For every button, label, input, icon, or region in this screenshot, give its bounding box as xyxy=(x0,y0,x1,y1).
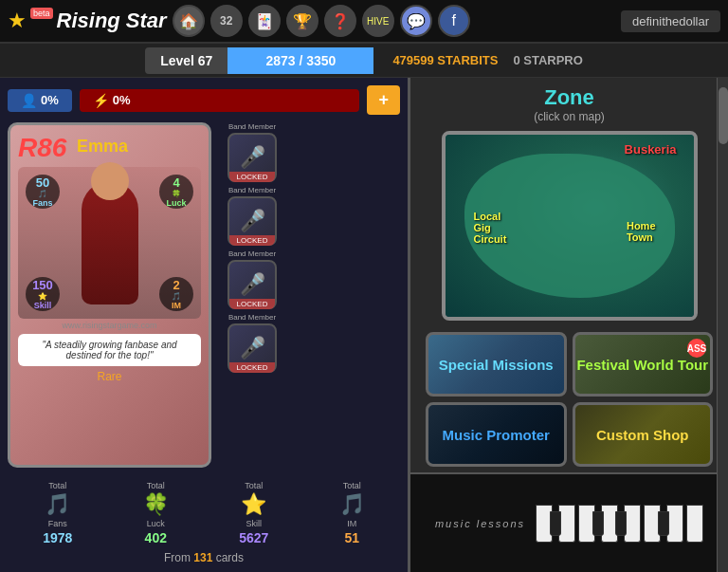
card-rarity: Rare xyxy=(18,370,201,383)
band-icon-2: 🎤 xyxy=(240,209,265,233)
cards-count: 131 xyxy=(193,551,212,564)
total-fans: Total 🎵 Fans 1978 xyxy=(43,481,72,545)
plus-button[interactable]: + xyxy=(367,85,400,115)
total-skill-label: Total xyxy=(245,481,263,490)
map-label-home-town: HomeTown xyxy=(627,220,656,243)
discord-icon[interactable]: 💬 xyxy=(400,5,432,37)
band-locked-3: LOCKED xyxy=(229,299,275,309)
beta-badge: beta xyxy=(30,8,53,19)
card-website: www.risingstargame.com xyxy=(18,321,201,330)
level-progress: 2873 / 3350 xyxy=(228,47,373,74)
festival-badge: ASS xyxy=(687,339,706,358)
total-luck-label: Total xyxy=(147,481,165,490)
total-im-value: 51 xyxy=(344,530,359,545)
luck-icon: 🍀 xyxy=(143,492,169,517)
total-im: Total 🎵 IM 51 xyxy=(339,481,365,545)
total-im-label: Total xyxy=(343,481,361,490)
player-card[interactable]: R86 Emma 50 🎵 Fans 4 🍀 Luck 150 xyxy=(8,122,211,468)
piano-key-white xyxy=(686,505,703,543)
scroll-thumb[interactable] xyxy=(719,87,728,144)
ego-bar: 👤 0% xyxy=(8,89,72,112)
band-locked-2: LOCKED xyxy=(229,235,275,246)
band-sidebar: Band Member 🎤 LOCKED Band Member 🎤 LOCKE… xyxy=(219,122,285,468)
band-icon-1: 🎤 xyxy=(240,145,265,170)
special-missions-label: Special Missions xyxy=(439,357,554,373)
card-figure xyxy=(82,181,138,304)
logo: ★ beta Rising Star xyxy=(8,9,167,33)
im-sublabel: IM xyxy=(347,519,356,528)
band-member-btn-1[interactable]: 🎤 LOCKED xyxy=(228,133,277,182)
ego-icon: 👤 xyxy=(21,93,37,108)
energy-icon: ⚡ xyxy=(93,93,109,108)
achievements-icon[interactable]: 🏆 xyxy=(286,5,318,37)
cards-from: From 131 cards xyxy=(8,551,400,564)
band-member-btn-3[interactable]: 🎤 LOCKED xyxy=(228,260,277,309)
music-promoter-label: Music Promoter xyxy=(443,427,550,443)
zone-subtitle: (click on map) xyxy=(410,110,728,123)
ego-value: 0% xyxy=(41,93,59,107)
luck-sublabel: Luck xyxy=(147,519,165,528)
music-promoter-button[interactable]: Music Promoter xyxy=(426,402,567,467)
user-label: definithedollar xyxy=(621,10,720,32)
energy-value: 0% xyxy=(113,93,131,107)
piano-key-black xyxy=(615,511,627,536)
card-im-stat: 2 🎵 IM xyxy=(159,277,193,311)
card-image: 50 🎵 Fans 4 🍀 Luck 150 ⭐ Skill xyxy=(18,167,201,319)
piano-key-black xyxy=(592,511,604,536)
facebook-icon[interactable]: f xyxy=(438,5,470,37)
band-member-btn-4[interactable]: 🎤 LOCKED xyxy=(228,323,277,373)
totals-row: Total 🎵 Fans 1978 Total 🍀 Luck 402 Total… xyxy=(8,475,400,545)
total-skill-value: 5627 xyxy=(239,530,268,545)
band-member-1: Band Member 🎤 LOCKED xyxy=(219,122,285,182)
total-skill: Total ⭐ Skill 5627 xyxy=(239,481,268,545)
total-fans-label: Total xyxy=(48,481,66,490)
band-member-3: Band Member 🎤 LOCKED xyxy=(219,249,285,309)
band-member-btn-2[interactable]: 🎤 LOCKED xyxy=(228,196,277,246)
settings-icon[interactable]: 32 xyxy=(210,5,243,37)
total-luck: Total 🍀 Luck 402 xyxy=(143,481,169,545)
band-member-2: Band Member 🎤 LOCKED xyxy=(219,186,285,246)
band-member-4: Band Member 🎤 LOCKED xyxy=(219,313,285,373)
level-label: Level 67 xyxy=(145,47,228,74)
energy-bar: ⚡ 0% xyxy=(80,89,360,112)
music-lessons-label: music lessons xyxy=(435,518,525,529)
fans-icon: 🎵 xyxy=(45,492,70,517)
right-panel: Zone (click on map) Buskeria LocalGigCir… xyxy=(408,78,728,572)
home-icon[interactable]: 🏠 xyxy=(173,5,205,37)
help-icon[interactable]: ❓ xyxy=(324,5,356,37)
skill-sublabel: Skill xyxy=(246,519,263,528)
music-lessons-section[interactable]: music lessons xyxy=(410,472,728,572)
left-panel: 👤 0% ⚡ 0% + R86 Emma 50 🎵 Fans xyxy=(0,78,408,572)
map-label-buskeria: Buskeria xyxy=(625,142,677,157)
festival-world-tour-button[interactable]: Festival World Tour ASS xyxy=(573,332,714,397)
card-skill-stat: 150 ⭐ Skill xyxy=(26,277,60,311)
band-locked-1: LOCKED xyxy=(229,172,275,182)
star-icon: ★ xyxy=(8,9,27,33)
special-missions-button[interactable]: Special Missions xyxy=(426,332,567,397)
hive-icon[interactable]: HIVE xyxy=(362,5,394,37)
zone-map[interactable]: Buskeria LocalGigCircuit HomeTown xyxy=(442,131,698,321)
starpro-display: 0 STARPRO xyxy=(513,53,582,67)
starbits-display: 479599 STARBITS xyxy=(392,53,498,67)
card-area: R86 Emma 50 🎵 Fans 4 🍀 Luck 150 xyxy=(8,122,400,468)
level-bar: Level 67 2873 / 3350 479599 STARBITS 0 S… xyxy=(0,44,728,78)
cards-icon[interactable]: 🃏 xyxy=(248,5,281,37)
piano-key-black xyxy=(658,511,669,536)
zone-header: Zone (click on map) xyxy=(410,78,728,125)
custom-shop-button[interactable]: Custom Shop xyxy=(573,402,714,467)
stat-bars: 👤 0% ⚡ 0% + xyxy=(8,85,400,115)
custom-shop-label: Custom Shop xyxy=(596,427,689,443)
card-luck-stat: 4 🍀 Luck xyxy=(159,175,193,209)
total-fans-value: 1978 xyxy=(43,530,72,545)
piano-key-black xyxy=(550,511,561,536)
fans-sublabel: Fans xyxy=(48,519,67,528)
scrollbar[interactable] xyxy=(717,78,728,572)
zone-title: Zone xyxy=(410,85,728,110)
card-fans-stat: 50 🎵 Fans xyxy=(26,175,60,209)
band-icon-4: 🎤 xyxy=(240,336,265,360)
im-icon: 🎵 xyxy=(339,492,365,517)
card-id: R86 xyxy=(18,133,66,162)
logo-text: Rising Star xyxy=(57,9,167,33)
total-luck-value: 402 xyxy=(145,530,167,545)
card-quote: "A steadily growing fanbase and destined… xyxy=(18,334,201,366)
